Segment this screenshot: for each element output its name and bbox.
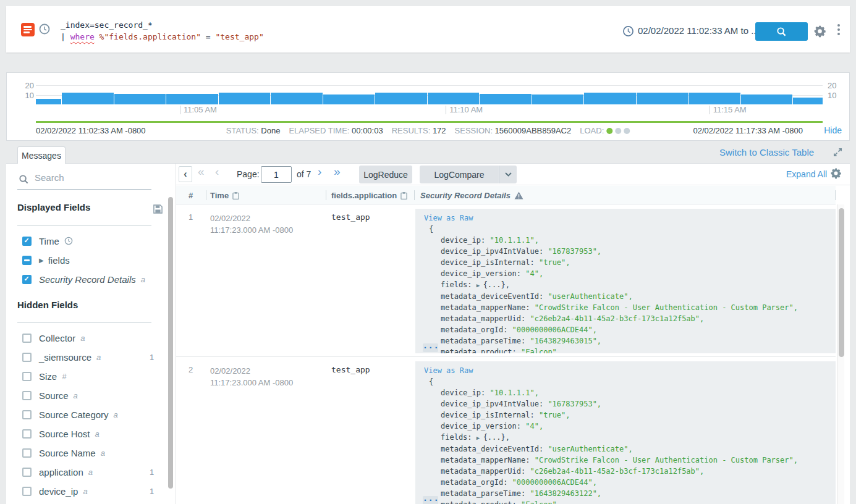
y-axis-label-left-10: 10 xyxy=(20,91,34,100)
field-checkbox[interactable] xyxy=(22,410,32,419)
histogram-bar[interactable] xyxy=(271,93,323,104)
field-checkbox[interactable] xyxy=(22,448,32,458)
json-key: device_ip_ipv4IntValue: xyxy=(441,247,548,256)
field-checkbox[interactable] xyxy=(22,237,32,246)
sumo-logic-logo-icon xyxy=(21,23,35,36)
start-search-button[interactable] xyxy=(755,22,808,41)
y-axis-label-right-20: 20 xyxy=(828,81,841,90)
collapse-sidebar-button[interactable]: ‹ xyxy=(179,166,192,182)
switch-to-classic-table-link[interactable]: Switch to Classic Table xyxy=(719,147,814,158)
range-start-time: 02/02/2022 11:02:33 AM -0800 xyxy=(36,126,146,135)
sidebar-scrollbar-thumb[interactable] xyxy=(168,197,173,489)
histogram-bar[interactable] xyxy=(637,93,689,104)
show-more-button[interactable]: ... xyxy=(423,496,438,504)
column-header-details[interactable]: Security Record Details xyxy=(420,191,523,200)
field-label: application xyxy=(39,467,83,477)
column-header-time[interactable]: Time xyxy=(210,191,239,200)
field-search-input[interactable] xyxy=(35,172,146,183)
logcompare-dropdown-button[interactable] xyxy=(499,166,517,183)
save-fields-icon[interactable] xyxy=(153,204,163,216)
histogram-bar[interactable] xyxy=(323,94,375,104)
messages-content: ‹ « ‹ Page: of 7 › » LogReduce LogCompar… xyxy=(176,164,850,504)
time-range-selector[interactable]: 02/02/2022 11:02:33 AM to ... xyxy=(638,25,759,36)
expand-caret-icon[interactable]: ▶ xyxy=(39,257,44,264)
query-keyword: where xyxy=(70,32,95,41)
sidebar-scrollbar[interactable] xyxy=(167,192,174,504)
histogram-bar[interactable] xyxy=(219,93,271,104)
field-checkbox[interactable] xyxy=(22,256,32,265)
json-key: device_ip_ipv4IntValue: xyxy=(441,400,548,408)
expand-all-link[interactable]: Expand All xyxy=(786,169,827,179)
hidden-fields-title: Hidden Fields xyxy=(17,300,78,310)
histogram-bar[interactable] xyxy=(793,98,823,104)
histogram-bar[interactable] xyxy=(532,94,584,104)
field-checkbox[interactable] xyxy=(22,353,32,362)
field-label: Time xyxy=(39,236,59,246)
histogram-bar[interactable] xyxy=(480,94,532,104)
page-number-input[interactable] xyxy=(261,166,292,183)
view-as-raw-link[interactable]: View as Raw xyxy=(415,365,836,376)
column-header-num[interactable]: # xyxy=(189,191,193,200)
json-key: metadata_parseTime: xyxy=(441,489,530,498)
field-checkbox[interactable] xyxy=(22,275,32,284)
histogram-bar[interactable] xyxy=(375,93,427,104)
histogram-bar[interactable] xyxy=(584,93,636,104)
field-checkbox[interactable] xyxy=(22,468,32,477)
histogram-bar[interactable] xyxy=(166,94,218,104)
last-page-button[interactable]: » xyxy=(334,165,341,178)
hidden-field-collector: Collector a xyxy=(22,332,85,343)
logcompare-button[interactable]: LogCompare xyxy=(420,166,499,183)
search-progress-bar xyxy=(36,121,823,123)
histogram-bar[interactable] xyxy=(36,99,61,104)
status-label: RESULTS: xyxy=(392,126,433,135)
json-value: "4", xyxy=(525,422,543,430)
histogram-bars[interactable] xyxy=(36,85,823,104)
hidden-field--siemsource: _siemsource a1 xyxy=(22,351,101,363)
security-record-details-cell: View as Raw {device_ip: "10.1.1.1",devic… xyxy=(415,209,836,353)
histogram-bar[interactable] xyxy=(741,94,793,104)
json-value: "c26eb2a4-4b11-45a2-b3cf-173c1a12f5ab", xyxy=(530,314,705,323)
expand-caret-icon[interactable]: ▶ xyxy=(477,282,483,288)
messages-scrollbar-thumb[interactable] xyxy=(839,208,844,357)
more-options-kebab-icon[interactable] xyxy=(834,24,843,35)
json-value: "0000000006ACDE44", xyxy=(512,326,597,334)
tab-messages[interactable]: Messages xyxy=(17,146,66,164)
field-label: Size xyxy=(39,371,57,382)
y-axis-label-right-10: 10 xyxy=(828,91,841,100)
field-count: 1 xyxy=(150,468,154,477)
status-row: 02/02/2022 11:02:33 AM -0800 STATUS: Don… xyxy=(7,126,849,137)
prev-page-button[interactable]: ‹ xyxy=(215,165,219,178)
first-page-button[interactable]: « xyxy=(198,165,205,178)
messages-scrollbar[interactable] xyxy=(837,204,844,504)
field-checkbox[interactable] xyxy=(22,429,32,439)
column-header-application[interactable]: fields.application xyxy=(331,191,407,200)
hide-histogram-link[interactable]: Hide xyxy=(824,125,842,135)
row-number: 2 xyxy=(189,365,193,374)
row-number: 1 xyxy=(189,212,193,222)
message-row: 1 02/02/202211:17:23.000 AM -0800 test_a… xyxy=(176,204,836,357)
query-input[interactable]: _index=sec_record_* | where %"fields.app… xyxy=(61,19,264,43)
field-label: Source Host xyxy=(39,429,90,439)
show-more-button[interactable]: ... xyxy=(423,343,438,352)
view-as-raw-link[interactable]: View as Raw xyxy=(415,212,836,224)
json-value: "1643829463015", xyxy=(530,337,602,345)
query-history-icon[interactable] xyxy=(38,23,51,38)
json-value: "CrowdStrike Falcon - User Authenticatio… xyxy=(535,303,798,312)
divider xyxy=(17,225,151,226)
expand-caret-icon[interactable]: ▶ xyxy=(477,435,483,441)
histogram-bar[interactable] xyxy=(689,93,740,104)
x-axis-tick: 11:05 AM xyxy=(180,106,217,114)
field-checkbox[interactable] xyxy=(22,391,32,400)
next-page-button[interactable]: › xyxy=(318,165,321,178)
field-checkbox[interactable] xyxy=(22,487,32,496)
table-settings-gear-icon[interactable] xyxy=(830,167,842,182)
histogram-bar[interactable] xyxy=(114,94,166,104)
field-checkbox[interactable] xyxy=(22,334,32,343)
fullscreen-expand-icon[interactable] xyxy=(833,147,843,160)
histogram-bar[interactable] xyxy=(428,93,480,104)
logreduce-button[interactable]: LogReduce xyxy=(359,166,412,183)
search-settings-gear-icon[interactable] xyxy=(813,25,826,40)
field-checkbox[interactable] xyxy=(22,372,32,381)
hidden-field-application: application a1 xyxy=(22,466,93,477)
histogram-bar[interactable] xyxy=(62,93,114,104)
